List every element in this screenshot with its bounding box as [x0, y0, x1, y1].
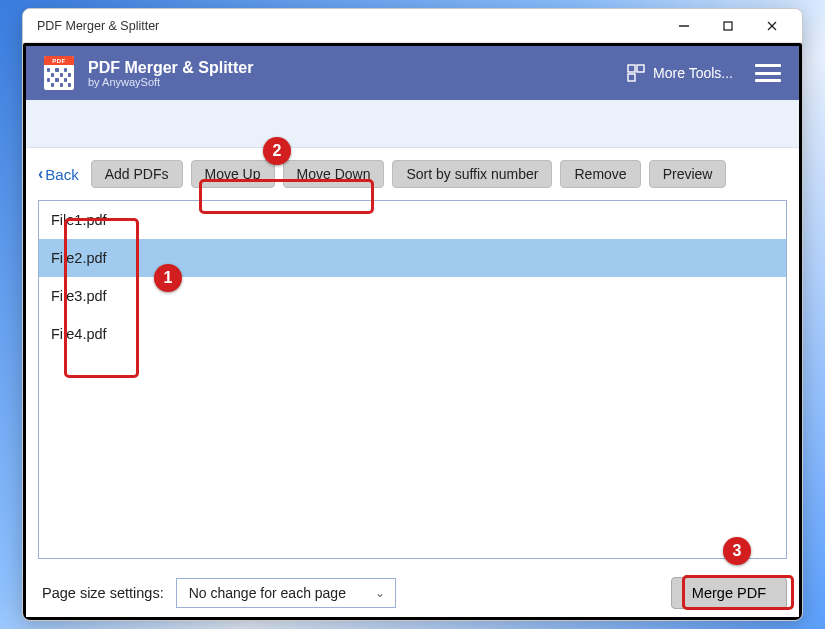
file-name: File1.pdf	[51, 212, 107, 228]
app-title: PDF Merger & Splitter	[88, 59, 253, 77]
merge-pdf-button[interactable]: Merge PDF	[671, 577, 787, 609]
annotation-callout-2: 2	[263, 137, 291, 165]
add-pdfs-button[interactable]: Add PDFs	[91, 160, 183, 188]
back-link[interactable]: ‹ Back	[38, 165, 79, 183]
close-button[interactable]	[750, 11, 794, 41]
window-controls	[662, 11, 794, 41]
svg-rect-1	[724, 22, 732, 30]
svg-rect-5	[637, 65, 644, 72]
move-up-button[interactable]: Move Up	[191, 160, 275, 188]
app-frame: PDF PDF Merger & Splitter by AnywaySoft	[23, 43, 802, 620]
annotation-callout-3: 3	[723, 537, 751, 565]
file-name: File4.pdf	[51, 326, 107, 342]
file-name: File3.pdf	[51, 288, 107, 304]
page-size-select[interactable]: No change for each page ⌄	[176, 578, 396, 608]
file-row[interactable]: File2.pdf	[39, 239, 786, 277]
file-row[interactable]: File4.pdf	[39, 315, 786, 353]
grid-icon	[627, 64, 645, 82]
minimize-button[interactable]	[662, 11, 706, 41]
page-size-value: No change for each page	[189, 585, 346, 601]
bottom-bar: Page size settings: No change for each p…	[26, 569, 799, 617]
titlebar: PDF Merger & Splitter	[23, 9, 802, 43]
page-size-label: Page size settings:	[42, 585, 164, 601]
back-label: Back	[45, 166, 78, 183]
app-subtitle: by AnywaySoft	[88, 76, 253, 88]
menu-button[interactable]	[755, 64, 781, 82]
more-tools-label: More Tools...	[653, 65, 733, 81]
svg-rect-4	[628, 65, 635, 72]
file-row[interactable]: File1.pdf	[39, 201, 786, 239]
sub-header-bar	[26, 100, 799, 148]
sort-by-suffix-button[interactable]: Sort by suffix number	[392, 160, 552, 188]
move-down-button[interactable]: Move Down	[283, 160, 385, 188]
more-tools-button[interactable]: More Tools...	[627, 64, 733, 82]
app-header: PDF PDF Merger & Splitter by AnywaySoft	[26, 46, 799, 100]
remove-button[interactable]: Remove	[560, 160, 640, 188]
window-title: PDF Merger & Splitter	[37, 19, 159, 33]
maximize-button[interactable]	[706, 11, 750, 41]
chevron-down-icon: ⌄	[375, 586, 385, 600]
file-row[interactable]: File3.pdf	[39, 277, 786, 315]
chevron-left-icon: ‹	[38, 165, 43, 183]
app-logo-icon: PDF	[44, 56, 74, 90]
svg-rect-6	[628, 74, 635, 81]
app-window: PDF Merger & Splitter PDF	[22, 8, 803, 621]
annotation-callout-1: 1	[154, 264, 182, 292]
file-list: File1.pdfFile2.pdfFile3.pdfFile4.pdf	[38, 200, 787, 559]
file-name: File2.pdf	[51, 250, 107, 266]
preview-button[interactable]: Preview	[649, 160, 727, 188]
toolbar: ‹ Back Add PDFs Move Up Move Down Sort b…	[26, 148, 799, 194]
